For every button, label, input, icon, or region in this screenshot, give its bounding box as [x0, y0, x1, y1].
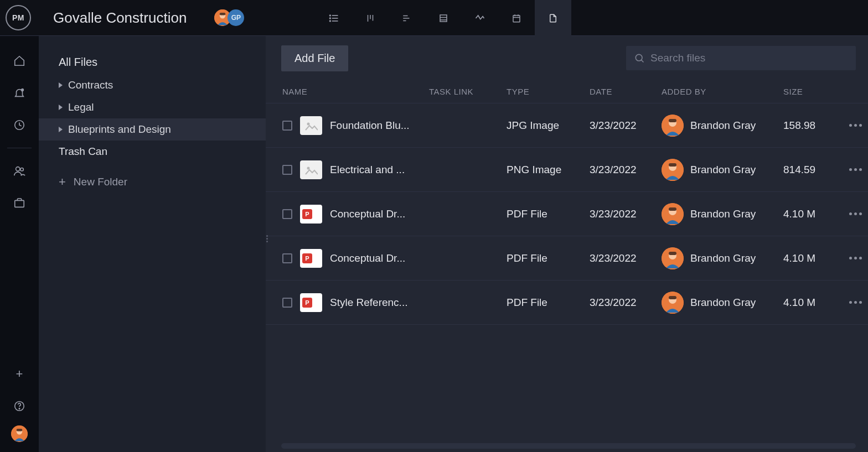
tree-folder-legal[interactable]: Legal [39, 96, 266, 118]
pdf-file-icon: P [300, 249, 322, 268]
svg-rect-31 [17, 429, 23, 432]
rail-team[interactable] [7, 158, 32, 184]
rail-recent[interactable] [7, 112, 32, 138]
svg-rect-2 [220, 13, 226, 15]
svg-rect-26 [15, 200, 24, 207]
col-size[interactable]: SIZE [783, 87, 839, 96]
user-avatar[interactable] [662, 159, 684, 181]
view-tab-files[interactable] [535, 0, 571, 36]
topbar-left: PM Govalle Construction GP [0, 5, 244, 30]
tree-folder-blueprints[interactable]: Blueprints and Design [39, 118, 266, 141]
cell-added-by: Brandon Gray [662, 247, 783, 269]
user-name: Brandon Gray [690, 297, 756, 309]
cell-size: 158.98 [783, 120, 839, 132]
tree-trash[interactable]: Trash Can [39, 141, 266, 163]
view-tab-sheet[interactable] [425, 0, 462, 36]
panel-resize-handle[interactable] [266, 235, 268, 242]
col-added-by[interactable]: ADDED BY [662, 87, 783, 96]
cell-type: PDF File [507, 297, 590, 309]
file-name: Foundation Blu... [330, 120, 410, 132]
cell-added-by: Brandon Gray [662, 292, 783, 314]
table-row[interactable]: Electrical and ...PNG Image3/23/2022Bran… [266, 148, 868, 192]
cell-date: 3/23/2022 [590, 252, 662, 264]
file-name: Electrical and ... [330, 164, 405, 176]
row-more-button[interactable] [839, 257, 868, 259]
tree-folder-label: Contracts [68, 79, 113, 91]
table-row[interactable]: PStyle Referenc...PDF File3/23/2022Brand… [266, 280, 868, 325]
row-checkbox[interactable] [282, 121, 292, 131]
table-row[interactable]: Foundation Blu...JPG Image3/23/2022Brand… [266, 103, 868, 148]
horizontal-scrollbar[interactable] [281, 443, 856, 449]
view-tab-gantt[interactable] [389, 0, 425, 36]
files-content: Add File NAME TASK LINK TYPE DATE ADDED … [266, 36, 868, 452]
rail-portfolio[interactable] [7, 190, 32, 216]
svg-point-25 [20, 168, 24, 172]
row-checkbox[interactable] [282, 253, 292, 263]
row-more-button[interactable] [839, 124, 868, 127]
rail-add[interactable]: + [7, 361, 32, 387]
app-logo[interactable]: PM [6, 5, 31, 30]
rail-notifications[interactable] [7, 80, 32, 106]
file-name: Conceptual Dr... [330, 252, 405, 264]
caret-right-icon [59, 127, 63, 132]
table-row[interactable]: PConceptual Dr...PDF File3/23/2022Brando… [266, 192, 868, 236]
pdf-file-icon: P [300, 293, 322, 312]
view-tab-list[interactable] [316, 0, 352, 36]
view-tab-workload[interactable] [462, 0, 498, 36]
user-name: Brandon Gray [690, 120, 756, 132]
user-avatar[interactable] [662, 115, 684, 137]
add-file-button[interactable]: Add File [281, 45, 348, 71]
row-more-button[interactable] [839, 301, 868, 304]
svg-point-32 [636, 54, 642, 61]
svg-rect-43 [669, 163, 676, 167]
svg-point-24 [16, 167, 20, 171]
project-title[interactable]: Govalle Construction [53, 9, 187, 27]
user-avatar[interactable] [662, 203, 684, 225]
col-name[interactable]: NAME [282, 87, 429, 96]
col-date[interactable]: DATE [590, 87, 662, 96]
tree-folder-contracts[interactable]: Contracts [39, 74, 266, 96]
avatar-user-2[interactable]: GP [228, 9, 244, 26]
file-name: Style Referenc... [330, 297, 407, 309]
rail-current-user-avatar[interactable] [11, 425, 28, 442]
svg-point-28 [19, 408, 19, 409]
tree-all-files[interactable]: All Files [39, 50, 266, 74]
svg-rect-38 [669, 119, 676, 122]
left-rail: + [0, 36, 39, 452]
project-avatars[interactable]: GP [214, 9, 244, 26]
caret-right-icon [59, 82, 63, 88]
user-name: Brandon Gray [690, 252, 756, 264]
user-avatar[interactable] [662, 292, 684, 314]
svg-rect-52 [669, 296, 676, 299]
search-icon [634, 53, 645, 64]
table-header: NAME TASK LINK TYPE DATE ADDED BY SIZE [266, 80, 868, 103]
rail-divider [7, 148, 32, 148]
rail-help[interactable] [7, 393, 32, 419]
svg-point-22 [22, 89, 24, 91]
col-task-link[interactable]: TASK LINK [429, 87, 507, 96]
view-tab-board[interactable] [352, 0, 389, 36]
user-name: Brandon Gray [690, 164, 756, 176]
main: + All Files Contracts Legal Blueprints a… [0, 36, 868, 452]
svg-point-35 [307, 122, 310, 125]
row-checkbox[interactable] [282, 298, 292, 308]
svg-line-33 [641, 60, 643, 62]
svg-rect-15 [440, 15, 447, 22]
row-more-button[interactable] [839, 168, 868, 171]
new-folder-button[interactable]: + New Folder [39, 163, 266, 189]
search-input[interactable] [650, 52, 848, 64]
search-wrap[interactable] [626, 46, 856, 70]
user-avatar[interactable] [662, 247, 684, 269]
row-checkbox[interactable] [282, 209, 292, 219]
col-type[interactable]: TYPE [507, 87, 590, 96]
row-more-button[interactable] [839, 212, 868, 215]
rail-home[interactable] [7, 48, 32, 74]
view-tab-calendar[interactable] [498, 0, 535, 36]
cell-type: JPG Image [507, 120, 590, 132]
table-row[interactable]: PConceptual Dr...PDF File3/23/2022Brando… [266, 236, 868, 280]
svg-rect-18 [513, 15, 520, 22]
cell-type: PNG Image [507, 164, 590, 176]
new-folder-label: New Folder [74, 176, 127, 188]
row-checkbox[interactable] [282, 165, 292, 175]
cell-added-by: Brandon Gray [662, 115, 783, 137]
